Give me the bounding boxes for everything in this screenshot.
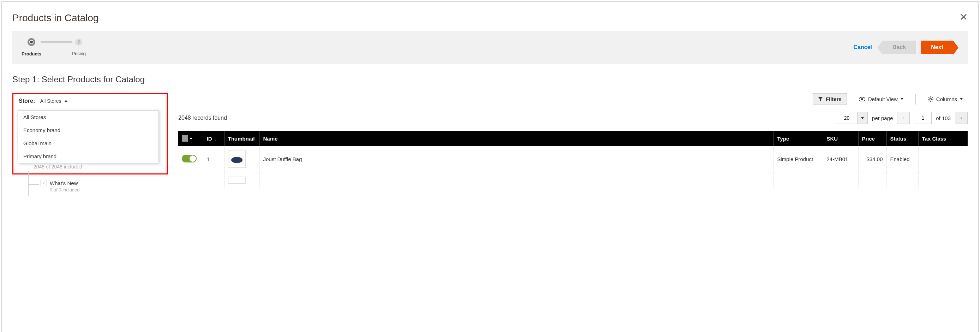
page-size-dropdown-button[interactable] (857, 112, 868, 124)
table-row[interactable] (178, 172, 968, 188)
cell-price: $34.00 (858, 146, 886, 172)
th-id[interactable]: ID↓ (203, 131, 224, 146)
th-label: SKU (827, 136, 838, 142)
th-label: ID (207, 136, 212, 142)
header-checkbox[interactable] (182, 135, 188, 142)
cell-type (773, 172, 823, 188)
chevron-down-icon (960, 98, 963, 100)
th-label: Name (263, 136, 278, 142)
store-option-global[interactable]: Global main (18, 137, 159, 150)
columns-button[interactable]: Columns (923, 94, 968, 105)
th-sku[interactable]: SKU (823, 131, 858, 146)
store-label: Store: (19, 98, 35, 104)
cancel-button[interactable]: Cancel (854, 44, 872, 51)
svg-point-1 (861, 98, 863, 100)
wizard-bar: Products 2 Pricing Cancel Back Next (12, 31, 968, 64)
cell-name: Joust Duffle Bag (259, 146, 773, 172)
store-dropdown: All Stores Economy brand Global main Pri… (18, 110, 159, 163)
cell-price (858, 172, 886, 188)
store-selector[interactable]: All Stores (40, 98, 68, 104)
filters-button[interactable]: Filters (813, 93, 847, 105)
modal-header: Products in Catalog ✕ (12, 12, 968, 24)
tree-line (28, 171, 29, 196)
store-option-all[interactable]: All Stores (18, 110, 159, 124)
records-found: 2048 records found (178, 115, 227, 121)
step-connector (41, 41, 72, 43)
bag-icon (230, 154, 244, 164)
cell-id: 1 (203, 146, 224, 172)
row-toggle[interactable] (182, 155, 197, 163)
cell-toggle (178, 146, 203, 172)
wizard-step-pricing[interactable]: 2 Pricing (72, 38, 86, 56)
columns-label: Columns (936, 96, 957, 102)
th-label: Thumbnail (228, 136, 255, 142)
tree-item-whats-new[interactable]: What's New (50, 180, 78, 186)
total-pages-label: of 103 (936, 115, 951, 121)
product-thumbnail[interactable] (228, 177, 246, 184)
th-type[interactable]: Type (773, 131, 823, 146)
th-tax-class[interactable]: Tax Class (918, 131, 968, 146)
cell-status (886, 172, 918, 188)
cell-id (203, 172, 224, 188)
cell-name (259, 172, 773, 188)
th-label: Type (777, 136, 789, 142)
svg-point-2 (929, 98, 931, 100)
table-row[interactable]: 1 Joust Duffle Bag Simple Product 24-MB0… (178, 146, 968, 172)
prev-page-button[interactable]: ‹ (897, 112, 910, 124)
content-wrapper: Store: All Stores All Stores Economy bra… (12, 93, 968, 188)
step-circle-icon (27, 38, 35, 46)
modal-title: Products in Catalog (12, 12, 99, 24)
default-view-button[interactable]: Default View (854, 94, 908, 105)
wizard-actions: Cancel Back Next (854, 41, 958, 54)
close-icon[interactable]: ✕ (959, 12, 968, 22)
store-option-primary[interactable]: Primary brand (18, 150, 159, 163)
th-label: Price (862, 136, 875, 142)
cell-status: Enabled (886, 146, 918, 172)
right-section: Filters Default View Columns 2048 record… (178, 93, 968, 188)
page-size-input[interactable] (836, 112, 857, 124)
step-circle-icon: 2 (75, 38, 82, 46)
back-button[interactable]: Back (883, 41, 916, 54)
chevron-down-icon (861, 117, 864, 119)
per-page-label: per page (872, 115, 893, 121)
products-table: ID↓ Thumbnail Name Type SKU Price Status… (178, 131, 968, 188)
store-selector-value: All Stores (40, 98, 61, 104)
cell-thumbnail (224, 172, 259, 188)
next-button[interactable]: Next (921, 41, 953, 54)
left-section: Store: All Stores All Stores Economy bra… (12, 93, 168, 188)
next-page-button[interactable]: › (955, 112, 968, 124)
wizard-step-products[interactable]: Products (22, 38, 41, 56)
tree-stub: 2048 of 2048 included (33, 164, 82, 169)
step-number: 2 (78, 40, 80, 45)
funnel-icon (818, 97, 823, 102)
step-heading: Step 1: Select Products for Catalog (12, 75, 968, 85)
chevron-down-icon (189, 138, 193, 139)
chevron-up-icon (64, 100, 68, 102)
tree-checkbox[interactable]: ✓ (41, 180, 47, 186)
gear-icon (928, 96, 934, 102)
store-option-economy[interactable]: Economy brand (18, 124, 159, 137)
toolbar-divider (915, 94, 916, 105)
highlight-box: Store: All Stores All Stores Economy bra… (12, 93, 168, 174)
step-label: Products (22, 51, 41, 56)
product-thumbnail[interactable] (228, 150, 246, 168)
grid-toolbar: Filters Default View Columns (178, 93, 968, 105)
tree-count: 2048 of 2048 included (33, 164, 82, 169)
sort-arrow-icon: ↓ (214, 137, 216, 142)
filters-label: Filters (826, 96, 842, 102)
th-status[interactable]: Status (886, 131, 918, 146)
th-name[interactable]: Name (259, 131, 773, 146)
cell-sku: 24-MB01 (823, 146, 858, 172)
cell-type: Simple Product (773, 146, 823, 172)
th-select[interactable] (178, 131, 203, 146)
th-price[interactable]: Price (858, 131, 886, 146)
tree-line (28, 184, 39, 185)
default-view-label: Default View (868, 96, 898, 102)
th-label: Tax Class (922, 136, 947, 142)
th-label: Status (890, 136, 907, 142)
cell-thumbnail (224, 146, 259, 172)
cell-tax-class (918, 146, 968, 172)
current-page-input[interactable] (914, 112, 932, 124)
tree-item-count: 0 of 0 included (50, 187, 80, 193)
th-thumbnail[interactable]: Thumbnail (224, 131, 259, 146)
